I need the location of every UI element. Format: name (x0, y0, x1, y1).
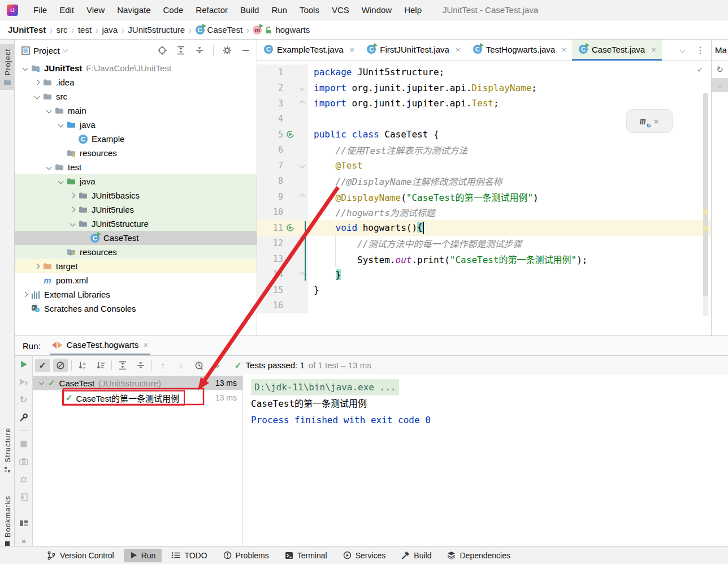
project-tree-row-resources[interactable]: resources (15, 245, 257, 259)
show-ignored-toggle[interactable] (53, 359, 68, 372)
tree-chevron-box[interactable] (32, 80, 42, 84)
code-line-16[interactable]: 16 (257, 298, 711, 314)
tree-chevron-box[interactable] (68, 222, 77, 226)
project-tree-row-junittest[interactable]: JUnitTestF:\JavaCode\JUnitTest (15, 61, 257, 75)
menu-vcs[interactable]: VCS (326, 0, 356, 20)
statusbar-item-run[interactable]: Run (124, 549, 162, 562)
statusbar-item-build[interactable]: Build (395, 549, 437, 562)
project-tree-row-casetest[interactable]: CCaseTest (15, 231, 257, 245)
close-icon[interactable]: × (651, 45, 656, 54)
code-editor[interactable]: 1package JUnit5structure;2import org.jun… (257, 61, 711, 335)
close-icon[interactable]: × (456, 45, 461, 54)
statusbar-item-terminal[interactable]: Terminal (279, 549, 333, 562)
restore-layout-button[interactable] (19, 518, 29, 528)
breadcrumb-item-test[interactable]: test (78, 25, 92, 35)
more-toolbar-button[interactable]: » (210, 359, 224, 372)
tree-chevron-box[interactable] (44, 165, 54, 169)
tree-chevron-box[interactable] (56, 123, 66, 127)
editor-tabs-list-button[interactable] (677, 45, 687, 55)
run-test-gutter-icon[interactable] (283, 130, 297, 139)
fold-marker[interactable] (297, 86, 307, 90)
code-line-9[interactable]: 9 @DisplayName("CaseTest的第一条测试用例") (257, 189, 711, 205)
editor-tabs-more-button[interactable]: ⋮ (695, 45, 705, 55)
test-tree-row-2[interactable]: ✓CaseTest的第一条测试用例13 ms (33, 390, 242, 405)
close-icon[interactable]: × (653, 116, 659, 127)
project-tree-row-example[interactable]: CExample (15, 132, 257, 146)
menu-navigate[interactable]: Navigate (111, 0, 157, 20)
code-line-2[interactable]: 2import org.junit.jupiter.api.DisplayNam… (257, 80, 711, 96)
menu-edit[interactable]: Edit (53, 0, 80, 20)
project-tree-row-idea[interactable]: .idea (15, 75, 257, 89)
close-icon[interactable]: × (143, 340, 148, 350)
code-line-10[interactable]: 10 //hogwarts为测试标题 (257, 205, 711, 221)
editor-tab-casetest-java[interactable]: CCaseTest.java× (572, 40, 662, 61)
editor-tab-exampletest-java[interactable]: CExampleTest.java× (257, 40, 360, 61)
project-options-button[interactable] (222, 45, 232, 55)
project-tree-row-java[interactable]: java (15, 174, 257, 188)
project-tree-row-test[interactable]: test (15, 160, 257, 174)
maven-reload-icon[interactable]: m↻ (640, 115, 645, 127)
tree-chevron-box[interactable] (44, 109, 54, 113)
expand-all-button[interactable] (115, 359, 130, 372)
sidebar-item-project[interactable]: Project (0, 44, 15, 90)
code-line-8[interactable]: 8 //@DisplayName注解修改测试用例名称 (257, 174, 711, 190)
editor-tab-testhogwarts-java[interactable]: CTestHogwarts.java× (466, 40, 572, 61)
project-tree-row-java[interactable]: java (15, 118, 257, 132)
show-passed-toggle[interactable]: ✓ (35, 359, 50, 372)
editor-tab-firstjunittest-java[interactable]: CFirstJUnitTest.java× (360, 40, 466, 61)
tree-chevron-box[interactable] (20, 66, 30, 70)
menu-run[interactable]: Run (265, 0, 293, 20)
tree-chevron-box[interactable] (68, 193, 77, 197)
code-line-13[interactable]: 13 System.out.print("CaseTest的第一条测试用例"); (257, 251, 711, 267)
code-line-14[interactable]: 14 } (257, 267, 711, 283)
sidebar-item-bookmarks[interactable]: Bookmarks (0, 491, 15, 553)
project-tree-row-src[interactable]: src (15, 89, 257, 104)
close-icon[interactable]: × (350, 45, 355, 54)
menu-refactor[interactable]: Refactor (189, 0, 234, 20)
breadcrumb-item-junit5structure[interactable]: JUnit5structure (128, 25, 185, 35)
stop-process-button[interactable] (19, 439, 29, 449)
select-opened-file-button[interactable] (157, 45, 167, 55)
rerun-failed-tests-button[interactable]: 9 (19, 377, 29, 386)
test-history-button[interactable] (192, 359, 206, 372)
attach-debugger-button[interactable] (19, 475, 29, 484)
next-failed-test-button[interactable]: ↓ (174, 359, 188, 372)
close-icon[interactable]: × (561, 45, 566, 54)
breadcrumb-item-java[interactable]: java (102, 25, 118, 35)
scrollbar-thumb[interactable] (703, 93, 708, 296)
breadcrumb-item-hogwarts[interactable]: mhogwarts (253, 25, 310, 35)
previous-failed-test-button[interactable]: ↑ (155, 359, 170, 372)
code-line-1[interactable]: 1package JUnit5structure; (257, 64, 711, 80)
toggle-auto-test-button[interactable]: ↻ (19, 395, 29, 405)
code-line-6[interactable]: 6 //使用Test注解表示为测试方法 (257, 143, 711, 158)
breadcrumb-item-src[interactable]: src (57, 25, 68, 35)
code-line-11[interactable]: 11 void hogwarts(){ (257, 220, 711, 236)
project-tree-row-scratches-and-consoles[interactable]: Scratches and Consoles (15, 302, 257, 316)
expand-all-button[interactable] (176, 45, 186, 55)
code-line-7[interactable]: 7 @Test (257, 158, 711, 174)
more-actions-button[interactable]: » (19, 536, 29, 546)
test-runner-settings-button[interactable] (19, 413, 29, 423)
menu-build[interactable]: Build (234, 0, 265, 20)
sort-alphabetically-button[interactable]: az (75, 359, 90, 372)
collapse-all-button[interactable] (133, 359, 148, 372)
breadcrumb-item-casetest[interactable]: CCaseTest (196, 25, 243, 35)
menu-code[interactable]: Code (157, 0, 189, 20)
rerun-tests-button[interactable] (19, 359, 29, 369)
import-tests-button[interactable] (19, 492, 29, 502)
fold-marker[interactable] (297, 101, 307, 105)
inspections-ok-icon[interactable]: ✓ (697, 64, 703, 75)
fold-marker[interactable] (297, 163, 307, 167)
menu-view[interactable]: View (80, 0, 111, 20)
dump-threads-button[interactable] (19, 457, 29, 466)
run-console[interactable]: D:\jdk-11\bin\java.exe ...CaseTest的第一条测试… (243, 374, 728, 546)
hide-panel-button[interactable] (241, 45, 251, 55)
collapse-all-button[interactable] (194, 45, 205, 55)
statusbar-item-todo[interactable]: TODO (165, 549, 213, 562)
statusbar-item-services[interactable]: Services (337, 549, 392, 562)
maven-panel-collapsed-row[interactable] (712, 78, 728, 92)
run-test-gutter-icon[interactable] (283, 223, 297, 232)
project-view-dropdown-icon[interactable] (62, 47, 68, 53)
sidebar-item-structure[interactable]: Structure (0, 423, 15, 477)
menu-file[interactable]: File (27, 0, 53, 20)
